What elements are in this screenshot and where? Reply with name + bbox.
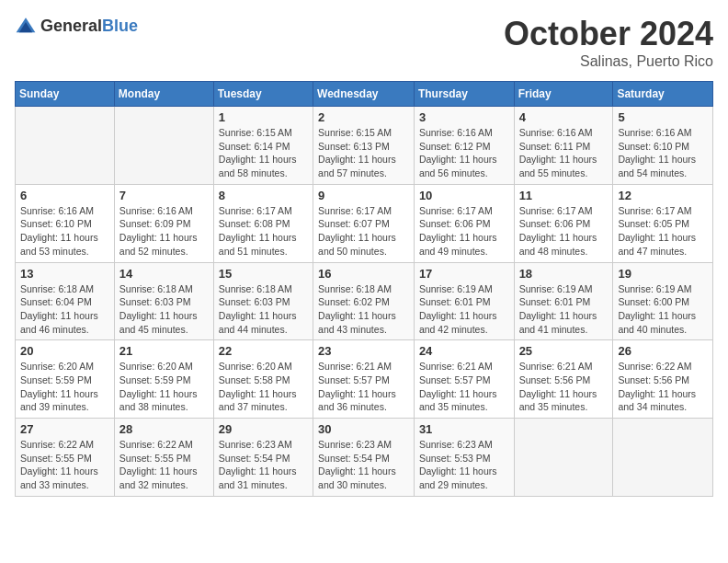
day-cell: 3Sunrise: 6:16 AM Sunset: 6:12 PM Daylig… bbox=[414, 107, 514, 185]
day-number: 17 bbox=[419, 267, 509, 281]
day-number: 18 bbox=[519, 267, 609, 281]
calendar-body: 1Sunrise: 6:15 AM Sunset: 6:14 PM Daylig… bbox=[16, 107, 713, 497]
day-cell bbox=[613, 419, 713, 497]
day-number: 7 bbox=[119, 189, 209, 202]
header-sunday: Sunday bbox=[16, 82, 115, 107]
day-cell: 21Sunrise: 6:20 AM Sunset: 5:59 PM Dayli… bbox=[114, 340, 213, 419]
day-number: 5 bbox=[618, 110, 708, 124]
day-cell: 2Sunrise: 6:15 AM Sunset: 6:13 PM Daylig… bbox=[313, 107, 415, 185]
day-number: 11 bbox=[519, 189, 609, 202]
logo-general: General bbox=[40, 17, 102, 35]
week-row-0: 1Sunrise: 6:15 AM Sunset: 6:14 PM Daylig… bbox=[16, 107, 713, 185]
day-number: 20 bbox=[20, 344, 109, 358]
day-detail: Sunrise: 6:22 AM Sunset: 5:55 PM Dayligh… bbox=[20, 438, 109, 492]
day-cell: 7Sunrise: 6:16 AM Sunset: 6:09 PM Daylig… bbox=[114, 184, 213, 262]
day-number: 30 bbox=[318, 422, 409, 436]
header-row: SundayMondayTuesdayWednesdayThursdayFrid… bbox=[16, 82, 713, 107]
day-number: 28 bbox=[119, 422, 209, 436]
day-cell: 26Sunrise: 6:22 AM Sunset: 5:56 PM Dayli… bbox=[613, 340, 713, 419]
logo-icon bbox=[15, 15, 37, 37]
day-cell: 20Sunrise: 6:20 AM Sunset: 5:59 PM Dayli… bbox=[16, 340, 115, 419]
title-block: October 2024 Salinas, Puerto Rico bbox=[504, 15, 713, 70]
day-cell: 10Sunrise: 6:17 AM Sunset: 6:06 PM Dayli… bbox=[414, 184, 514, 262]
day-cell: 17Sunrise: 6:19 AM Sunset: 6:01 PM Dayli… bbox=[414, 262, 514, 340]
day-cell: 4Sunrise: 6:16 AM Sunset: 6:11 PM Daylig… bbox=[514, 107, 613, 185]
day-number: 26 bbox=[618, 344, 708, 358]
day-number: 13 bbox=[20, 267, 109, 281]
day-number: 31 bbox=[419, 422, 509, 436]
day-detail: Sunrise: 6:15 AM Sunset: 6:14 PM Dayligh… bbox=[219, 126, 308, 180]
week-row-4: 27Sunrise: 6:22 AM Sunset: 5:55 PM Dayli… bbox=[16, 419, 713, 497]
day-detail: Sunrise: 6:21 AM Sunset: 5:57 PM Dayligh… bbox=[419, 360, 509, 414]
day-cell: 9Sunrise: 6:17 AM Sunset: 6:07 PM Daylig… bbox=[313, 184, 415, 262]
day-detail: Sunrise: 6:17 AM Sunset: 6:06 PM Dayligh… bbox=[419, 204, 509, 259]
day-detail: Sunrise: 6:23 AM Sunset: 5:53 PM Dayligh… bbox=[419, 438, 509, 492]
day-number: 29 bbox=[219, 422, 308, 436]
day-detail: Sunrise: 6:19 AM Sunset: 6:00 PM Dayligh… bbox=[618, 282, 708, 337]
day-cell: 27Sunrise: 6:22 AM Sunset: 5:55 PM Dayli… bbox=[16, 419, 115, 497]
day-detail: Sunrise: 6:22 AM Sunset: 5:56 PM Dayligh… bbox=[618, 360, 708, 414]
day-cell bbox=[114, 107, 213, 185]
day-number: 14 bbox=[119, 267, 209, 281]
day-cell: 15Sunrise: 6:18 AM Sunset: 6:03 PM Dayli… bbox=[213, 262, 313, 340]
day-cell bbox=[16, 107, 115, 185]
logo-blue: Blue bbox=[102, 17, 138, 35]
day-number: 23 bbox=[318, 344, 409, 358]
day-cell: 6Sunrise: 6:16 AM Sunset: 6:10 PM Daylig… bbox=[16, 184, 115, 262]
day-number: 24 bbox=[419, 344, 509, 358]
calendar-header: SundayMondayTuesdayWednesdayThursdayFrid… bbox=[16, 82, 713, 107]
month-title: October 2024 bbox=[504, 15, 713, 53]
header-wednesday: Wednesday bbox=[313, 82, 415, 107]
day-cell: 23Sunrise: 6:21 AM Sunset: 5:57 PM Dayli… bbox=[313, 340, 415, 419]
day-cell: 5Sunrise: 6:16 AM Sunset: 6:10 PM Daylig… bbox=[613, 107, 713, 185]
day-detail: Sunrise: 6:18 AM Sunset: 6:02 PM Dayligh… bbox=[318, 282, 409, 337]
day-detail: Sunrise: 6:18 AM Sunset: 6:03 PM Dayligh… bbox=[119, 282, 209, 337]
day-cell: 28Sunrise: 6:22 AM Sunset: 5:55 PM Dayli… bbox=[114, 419, 213, 497]
day-cell: 12Sunrise: 6:17 AM Sunset: 6:05 PM Dayli… bbox=[613, 184, 713, 262]
day-detail: Sunrise: 6:23 AM Sunset: 5:54 PM Dayligh… bbox=[318, 438, 409, 492]
day-detail: Sunrise: 6:23 AM Sunset: 5:54 PM Dayligh… bbox=[219, 438, 308, 492]
day-number: 22 bbox=[219, 344, 308, 358]
day-number: 3 bbox=[419, 110, 509, 124]
day-number: 6 bbox=[20, 189, 109, 202]
day-detail: Sunrise: 6:19 AM Sunset: 6:01 PM Dayligh… bbox=[519, 282, 609, 337]
day-number: 25 bbox=[519, 344, 609, 358]
day-detail: Sunrise: 6:16 AM Sunset: 6:11 PM Dayligh… bbox=[519, 126, 609, 180]
day-detail: Sunrise: 6:16 AM Sunset: 6:09 PM Dayligh… bbox=[119, 204, 209, 259]
day-number: 15 bbox=[219, 267, 308, 281]
header-thursday: Thursday bbox=[414, 82, 514, 107]
week-row-1: 6Sunrise: 6:16 AM Sunset: 6:10 PM Daylig… bbox=[16, 184, 713, 262]
day-number: 16 bbox=[318, 267, 409, 281]
location-title: Salinas, Puerto Rico bbox=[504, 53, 713, 70]
calendar-table: SundayMondayTuesdayWednesdayThursdayFrid… bbox=[15, 81, 713, 497]
day-cell: 22Sunrise: 6:20 AM Sunset: 5:58 PM Dayli… bbox=[213, 340, 313, 419]
day-detail: Sunrise: 6:16 AM Sunset: 6:10 PM Dayligh… bbox=[618, 126, 708, 180]
day-detail: Sunrise: 6:19 AM Sunset: 6:01 PM Dayligh… bbox=[419, 282, 509, 337]
day-cell bbox=[514, 419, 613, 497]
day-cell: 19Sunrise: 6:19 AM Sunset: 6:00 PM Dayli… bbox=[613, 262, 713, 340]
day-cell: 11Sunrise: 6:17 AM Sunset: 6:06 PM Dayli… bbox=[514, 184, 613, 262]
day-cell: 18Sunrise: 6:19 AM Sunset: 6:01 PM Dayli… bbox=[514, 262, 613, 340]
day-number: 8 bbox=[219, 189, 308, 202]
day-detail: Sunrise: 6:18 AM Sunset: 6:03 PM Dayligh… bbox=[219, 282, 308, 337]
logo: GeneralBlue bbox=[15, 15, 138, 37]
day-detail: Sunrise: 6:20 AM Sunset: 5:59 PM Dayligh… bbox=[119, 360, 209, 414]
day-detail: Sunrise: 6:21 AM Sunset: 5:57 PM Dayligh… bbox=[318, 360, 409, 414]
day-cell: 29Sunrise: 6:23 AM Sunset: 5:54 PM Dayli… bbox=[213, 419, 313, 497]
day-detail: Sunrise: 6:22 AM Sunset: 5:55 PM Dayligh… bbox=[119, 438, 209, 492]
day-detail: Sunrise: 6:16 AM Sunset: 6:12 PM Dayligh… bbox=[419, 126, 509, 180]
day-number: 1 bbox=[219, 110, 308, 124]
day-number: 2 bbox=[318, 110, 409, 124]
day-cell: 8Sunrise: 6:17 AM Sunset: 6:08 PM Daylig… bbox=[213, 184, 313, 262]
day-number: 12 bbox=[618, 189, 708, 202]
header-friday: Friday bbox=[514, 82, 613, 107]
day-cell: 14Sunrise: 6:18 AM Sunset: 6:03 PM Dayli… bbox=[114, 262, 213, 340]
header-monday: Monday bbox=[114, 82, 213, 107]
day-number: 9 bbox=[318, 189, 409, 202]
day-cell: 31Sunrise: 6:23 AM Sunset: 5:53 PM Dayli… bbox=[414, 419, 514, 497]
day-detail: Sunrise: 6:21 AM Sunset: 5:56 PM Dayligh… bbox=[519, 360, 609, 414]
day-cell: 16Sunrise: 6:18 AM Sunset: 6:02 PM Dayli… bbox=[313, 262, 415, 340]
day-detail: Sunrise: 6:18 AM Sunset: 6:04 PM Dayligh… bbox=[20, 282, 109, 337]
day-detail: Sunrise: 6:20 AM Sunset: 5:59 PM Dayligh… bbox=[20, 360, 109, 414]
day-cell: 13Sunrise: 6:18 AM Sunset: 6:04 PM Dayli… bbox=[16, 262, 115, 340]
